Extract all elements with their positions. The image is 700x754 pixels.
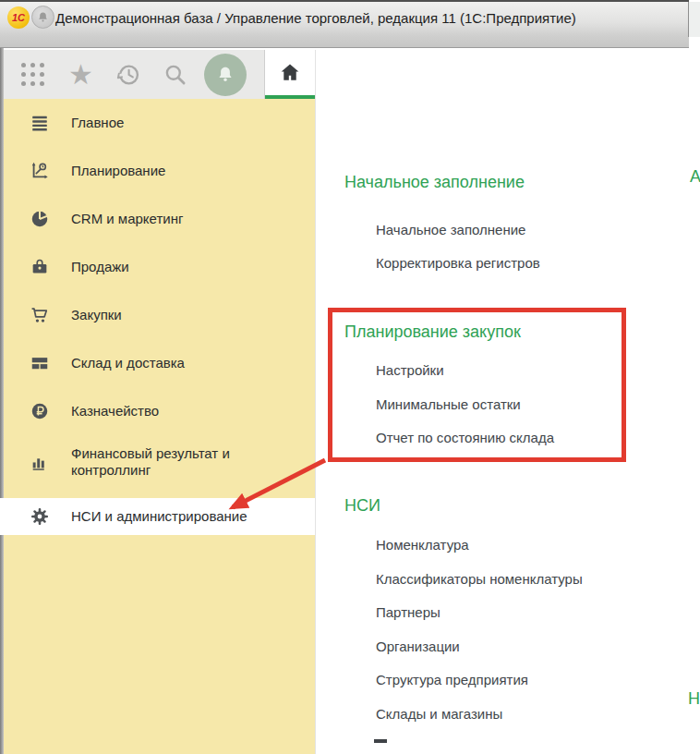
home-icon (278, 61, 302, 85)
link-nachalnoe-zapolnenie[interactable]: Начальное заполнение (376, 221, 525, 239)
notifications-bell-icon[interactable] (204, 54, 247, 96)
section-heading-partial-bottom: Н (688, 689, 700, 709)
link-klassifikatory-nomenklatury[interactable]: Классификаторы номенклатуры (376, 570, 583, 589)
section-heading-nsi: НСИ (344, 496, 380, 516)
history-clock-icon[interactable] (115, 62, 141, 88)
sidebar-item-label: Финансовый результат и контроллинг (71, 445, 288, 479)
window-control-partial (688, 2, 700, 37)
sidebar-item-finrezultat[interactable]: Финансовый результат и контроллинг (4, 435, 315, 489)
sidebar-item-label: Главное (71, 115, 124, 131)
sidebar-item-label: Планирование (71, 163, 165, 179)
favorites-star-icon[interactable]: ★ (68, 61, 93, 89)
pallet-grid-icon (30, 352, 54, 374)
sidebar-item-sklad[interactable]: Склад и доставка (4, 339, 315, 387)
sidebar-item-planirovanie[interactable]: Планирование (4, 147, 315, 195)
truncated-link-sliver (374, 739, 387, 743)
link-otchet-po-sostoyaniyu-sklada[interactable]: Отчет по состоянию склада (376, 429, 554, 447)
sidebar-item-label: Закупки (71, 307, 122, 323)
sidebar-item-label: CRM и маркетинг (71, 211, 183, 227)
briefcase-icon (30, 256, 54, 278)
link-partnery[interactable]: Партнеры (376, 603, 441, 622)
bar-chart-icon (30, 451, 54, 473)
tab-home[interactable] (265, 50, 315, 99)
search-icon[interactable] (163, 63, 187, 87)
link-organizatsii[interactable]: Организации (376, 638, 460, 656)
app-window: 1С Демонстрационная база / Управление то… (0, 0, 700, 754)
section-heading-planirovanie-zakupok: Планирование закупок (344, 322, 521, 342)
planning-chart-icon (30, 160, 54, 182)
app-badge-icon (31, 6, 54, 29)
link-nomenklatura[interactable]: Номенклатура (376, 536, 469, 554)
section-heading-nachalnoe-zapolnenie: Начальное заполнение (344, 173, 525, 192)
link-sklady-i-magaziny[interactable]: Склады и магазины (376, 705, 502, 724)
sidebar-item-kaznacheystvo[interactable]: Казначейство (4, 387, 315, 435)
1c-logo-icon: 1С (7, 6, 30, 29)
shopping-cart-icon (30, 304, 54, 326)
sidebar-item-nsi-administrirovanie[interactable]: НСИ и администрирование (0, 498, 315, 535)
ruble-coin-icon (30, 400, 54, 422)
section-heading-partial-top: А (690, 167, 700, 187)
sidebar-item-label: Казначейство (71, 403, 159, 420)
title-bar: 1С Демонстрационная база / Управление то… (0, 0, 689, 48)
sidebar-item-label: Склад и доставка (71, 355, 185, 371)
menu-lines-icon (30, 112, 54, 134)
window-title: Демонстрационная база / Управление торго… (55, 10, 576, 26)
all-sections-menu-icon[interactable] (18, 61, 46, 89)
sidebar-item-label: Продажи (71, 259, 129, 275)
link-minimalnye-ostatki[interactable]: Минимальные остатки (376, 395, 521, 414)
sidebar-item-zakupki[interactable]: Закупки (4, 291, 315, 339)
gear-icon (30, 505, 54, 528)
sidebar-item-glavnoe[interactable]: Главное (4, 99, 315, 147)
link-nastroyki[interactable]: Настройки (376, 361, 444, 380)
sidebar-item-prodazhi[interactable]: Продажи (4, 243, 315, 291)
sidebar-item-crm[interactable]: CRM и маркетинг (4, 195, 315, 243)
link-korrektirovka-registrov[interactable]: Корректировка регистров (376, 254, 540, 273)
sidebar-item-label: НСИ и администрирование (71, 508, 247, 525)
pie-chart-icon (30, 208, 54, 230)
tools-panel: ★ (4, 50, 265, 99)
link-struktura-predpriyatiya[interactable]: Структура предприятия (376, 671, 528, 689)
sections-sidebar: Главное Планирование (4, 99, 315, 754)
